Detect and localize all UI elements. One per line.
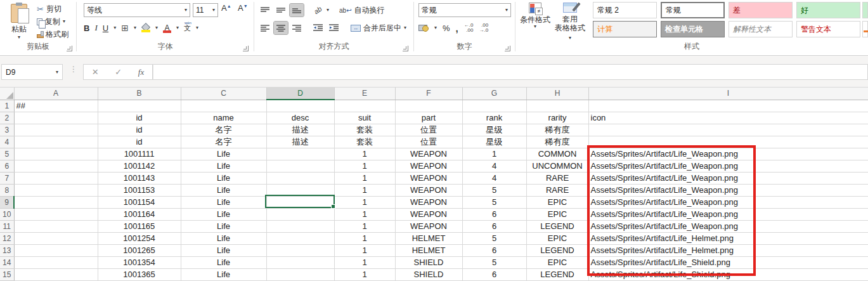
cell-B13[interactable]: 1001265 (98, 244, 181, 256)
cell-C5[interactable]: Life (181, 148, 266, 160)
cell-D7[interactable] (266, 172, 334, 184)
chevron-down-icon[interactable]: ▾ (434, 25, 437, 30)
column-header-B[interactable]: B (98, 88, 181, 100)
cell-style-option[interactable]: 计算 (593, 21, 657, 37)
cell-A2[interactable] (14, 112, 98, 124)
cell-D1[interactable] (266, 100, 334, 112)
cell-E14[interactable]: 1 (334, 256, 395, 268)
cell-D6[interactable] (266, 160, 334, 172)
align-top-button[interactable] (258, 4, 272, 16)
cell-F6[interactable]: WEAPON (395, 160, 462, 172)
row-header-5[interactable]: 5 (0, 148, 14, 160)
cell-E9[interactable]: 1 (334, 196, 395, 208)
underline-button[interactable]: U (103, 23, 108, 33)
cell-A5[interactable] (14, 148, 98, 160)
borders-button[interactable]: ⊞ (121, 23, 129, 33)
row-header-14[interactable]: 14 (0, 256, 14, 268)
cell-H1[interactable] (526, 100, 588, 112)
shrink-font-button[interactable]: A▼ (238, 3, 248, 13)
cell-E13[interactable]: 1 (334, 244, 395, 256)
formula-input[interactable] (153, 64, 868, 80)
cell-D15[interactable] (266, 268, 334, 280)
cell-B5[interactable]: 1001111 (98, 148, 181, 160)
cell-A10[interactable] (14, 208, 98, 220)
cell-D14[interactable] (266, 256, 334, 268)
cell-F15[interactable]: SHIELD (395, 268, 462, 280)
cell-B4[interactable]: id (98, 136, 181, 148)
conditional-formatting-button[interactable]: 条件格式 ▾ (519, 3, 552, 29)
cell-C13[interactable]: Life (181, 244, 266, 256)
cell-I14[interactable]: Assets/Sprites/Artifact/Life_Shield.png (588, 256, 868, 268)
cell-C6[interactable]: Life (181, 160, 266, 172)
cell-G8[interactable]: 5 (462, 184, 526, 196)
align-left-button[interactable] (258, 22, 272, 34)
cell-I7[interactable]: Assets/Sprites/Artifact/Life_Weapon.png (588, 172, 868, 184)
style-gallery-overflow[interactable] (862, 21, 868, 37)
cell-I15[interactable]: Assets/Sprites/Artifact/Life_Shield.png (588, 268, 868, 280)
number-format-combo[interactable]: 常规 ▾ (418, 3, 511, 17)
dialog-launcher-icon[interactable] (243, 46, 249, 51)
cell-A9[interactable] (14, 196, 98, 208)
chevron-down-icon[interactable]: ▾ (134, 25, 136, 30)
cell-I12[interactable]: Assets/Sprites/Artifact/Life_Helmet.png (588, 232, 868, 244)
row-header-6[interactable]: 6 (0, 160, 14, 172)
cell-F3[interactable]: 位置 (395, 124, 462, 136)
cell-E11[interactable]: 1 (334, 220, 395, 232)
cell-B9[interactable]: 1001154 (98, 196, 181, 208)
cell-D11[interactable] (266, 220, 334, 232)
align-right-button[interactable] (290, 22, 304, 34)
cell-F4[interactable]: 位置 (395, 136, 462, 148)
align-center-button[interactable] (274, 22, 288, 34)
cell-E10[interactable]: 1 (334, 208, 395, 220)
wrap-text-button[interactable]: ab↩ 自动换行 (337, 4, 387, 16)
cell-G3[interactable]: 星级 (462, 124, 526, 136)
cut-button[interactable]: ✂ 剪切 (37, 3, 76, 15)
cell-E6[interactable]: 1 (334, 160, 395, 172)
cell-H2[interactable]: rarity (526, 112, 588, 124)
column-header-D[interactable]: D (266, 88, 334, 100)
row-header-2[interactable]: 2 (0, 112, 14, 124)
cell-G10[interactable]: 6 (462, 208, 526, 220)
cell-style-option[interactable]: 解释性文本 (729, 21, 793, 37)
cell-A15[interactable] (14, 268, 98, 280)
cell-F8[interactable]: WEAPON (395, 184, 462, 196)
comma-style-button[interactable]: , (456, 23, 458, 34)
cell-B11[interactable]: 1001165 (98, 220, 181, 232)
cell-A7[interactable] (14, 172, 98, 184)
format-painter-button[interactable]: 格式刷 (37, 28, 76, 41)
cell-H5[interactable]: COMMON (526, 148, 588, 160)
cell-C15[interactable]: Life (181, 268, 266, 280)
cell-F10[interactable]: WEAPON (395, 208, 462, 220)
cell-C2[interactable]: name (181, 112, 266, 124)
row-header-9[interactable]: 9 (0, 196, 14, 208)
cell-B1[interactable] (98, 100, 181, 112)
column-header-C[interactable]: C (181, 88, 266, 100)
cell-G2[interactable]: rank (462, 112, 526, 124)
cell-H11[interactable]: LEGEND (526, 220, 588, 232)
row-header-10[interactable]: 10 (0, 208, 14, 220)
cell-D2[interactable]: desc (266, 112, 334, 124)
cell-F7[interactable]: WEAPON (395, 172, 462, 184)
cell-D12[interactable] (266, 232, 334, 244)
cell-C7[interactable]: Life (181, 172, 266, 184)
cell-E15[interactable]: 1 (334, 268, 395, 280)
bold-button[interactable]: B (84, 23, 89, 33)
cell-D4[interactable]: 描述 (266, 136, 334, 148)
row-header-3[interactable]: 3 (0, 124, 14, 136)
chevron-down-icon[interactable]: ▾ (327, 8, 329, 13)
cell-A1[interactable]: ## (14, 100, 98, 112)
cell-G13[interactable]: 6 (462, 244, 526, 256)
insert-function-icon[interactable]: fx (138, 67, 144, 77)
decrease-decimal-button[interactable]: .00→.0 (479, 23, 488, 33)
row-header-1[interactable]: 1 (0, 100, 14, 112)
cell-H7[interactable]: RARE (526, 172, 588, 184)
cell-C8[interactable]: Life (181, 184, 266, 196)
column-header-G[interactable]: G (462, 88, 526, 100)
column-header-H[interactable]: H (526, 88, 588, 100)
cell-C3[interactable]: 名字 (181, 124, 266, 136)
cell-D9[interactable] (266, 196, 334, 208)
cell-I3[interactable] (588, 124, 868, 136)
cell-G11[interactable]: 6 (462, 220, 526, 232)
cancel-icon[interactable]: ✕ (92, 67, 99, 77)
cell-D5[interactable] (266, 148, 334, 160)
